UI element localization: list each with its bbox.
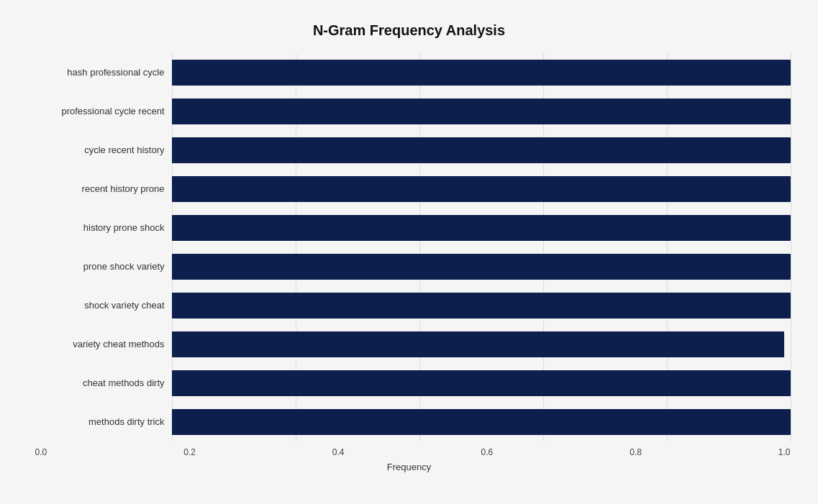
bar [172,215,791,241]
x-tick: 0.2 [183,447,196,457]
x-tick: 0.8 [630,447,642,457]
chart-area: hash professional cycleprofessional cycl… [28,53,791,441]
y-label: prone shock variety [83,261,165,272]
y-label: shock variety cheat [84,300,164,311]
bar-row [172,135,791,165]
y-label: history prone shock [83,222,165,234]
bar [172,293,791,319]
bar [172,60,791,86]
x-axis-label: Frequency [28,462,791,472]
bar [172,254,791,280]
chart-title: N-Gram Frequency Analysis [28,22,791,39]
bar [172,409,791,435]
bar-row [172,252,791,282]
x-ticks: 0.00.20.40.60.81.0 [28,447,791,457]
chart-container: N-Gram Frequency Analysis hash professio… [14,8,805,497]
y-label: methods dirty trick [88,416,164,428]
x-tick: 0.4 [332,447,345,457]
bar-row [172,213,791,243]
bar [172,176,791,202]
bar-row [172,174,791,204]
bars-area [172,53,791,441]
x-tick: 0.0 [35,447,47,457]
bar-row [172,329,791,359]
bar-row [172,407,791,437]
bar [172,98,791,124]
x-tick: 1.0 [778,447,791,457]
y-label: recent history prone [82,183,165,195]
x-axis: 0.00.20.40.60.81.0 Frequency [28,447,791,472]
y-axis-labels: hash professional cycleprofessional cycl… [28,53,172,441]
y-label: professional cycle recent [61,106,164,117]
bar-row [172,58,791,88]
y-label: cheat methods dirty [83,377,164,389]
grid-line [791,53,791,441]
bar-row [172,290,791,321]
y-label: variety cheat methods [73,339,164,350]
y-label: cycle recent history [84,145,164,156]
bar [172,137,791,163]
x-tick: 0.6 [481,447,493,457]
bar-row [172,96,791,127]
bar [172,331,784,357]
y-label: hash professional cycle [67,67,164,78]
bar [172,370,791,396]
bar-row [172,368,791,398]
